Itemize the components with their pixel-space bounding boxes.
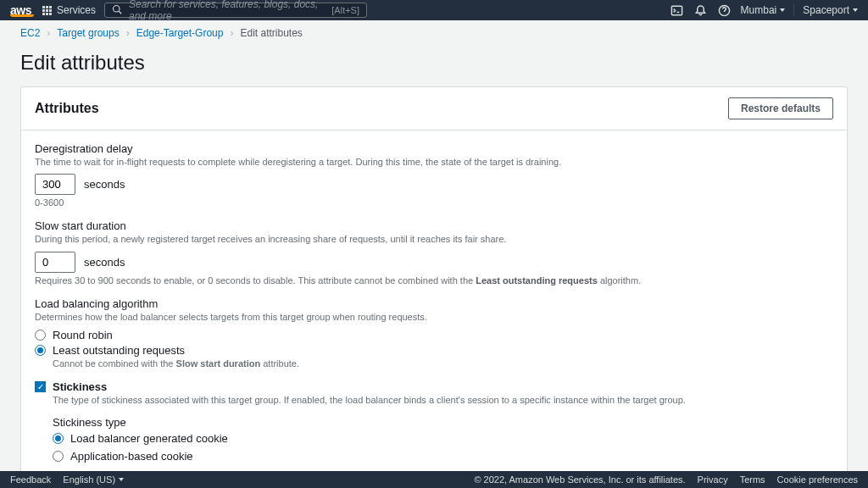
breadcrumb-ec2[interactable]: EC2: [20, 27, 40, 39]
stickiness-type-block: Stickiness type Load balancer generated …: [53, 416, 833, 463]
copyright-text: © 2022, Amazon Web Services, Inc. or its…: [474, 474, 685, 485]
aws-logo-text: aws: [10, 3, 31, 17]
restore-defaults-button[interactable]: Restore defaults: [728, 97, 833, 119]
field-description: During this period, a newly registered t…: [35, 233, 833, 246]
page-title: Edit attributes: [20, 51, 848, 75]
hint-em: Least outstanding requests: [476, 275, 598, 286]
field-label: Stickiness type: [53, 416, 833, 429]
field-hint: 0-3600: [35, 197, 833, 208]
page-content: Edit attributes Attributes Restore defau…: [0, 51, 868, 488]
svg-rect-2: [672, 6, 682, 14]
field-hint: Requires 30 to 900 seconds to enable, or…: [35, 275, 833, 286]
unit-label: seconds: [84, 178, 125, 191]
svg-point-0: [114, 5, 120, 12]
hint-text: Requires 30 to 900 seconds to enable, or…: [35, 275, 476, 286]
footer: Feedback English (US) © 2022, Amazon Web…: [0, 471, 868, 488]
feedback-link[interactable]: Feedback: [10, 474, 51, 485]
language-selector[interactable]: English (US): [63, 474, 124, 485]
radio-label: Round robin: [53, 329, 113, 341]
chevron-down-icon: [853, 8, 858, 12]
radio-hint: Cannot be combined with the Slow start d…: [53, 358, 833, 369]
notifications-icon[interactable]: [693, 3, 709, 18]
chevron-right-icon: ›: [230, 27, 233, 39]
field-label: Deregistration delay: [35, 142, 833, 155]
chevron-down-icon: [119, 478, 124, 481]
panel-header: Attributes Restore defaults: [21, 87, 847, 130]
radio-label: Application-based cookie: [70, 450, 193, 463]
search-input[interactable]: Search for services, features, blogs, do…: [104, 3, 367, 18]
hint-text: algorithm.: [598, 275, 641, 286]
radio-icon: [53, 451, 64, 462]
services-label: Services: [57, 4, 96, 16]
services-menu[interactable]: Services: [42, 4, 96, 16]
panel-title: Attributes: [35, 101, 99, 116]
aws-logo[interactable]: aws: [10, 3, 34, 17]
cloudshell-icon[interactable]: [670, 3, 685, 18]
privacy-link[interactable]: Privacy: [698, 474, 728, 485]
help-icon[interactable]: [717, 3, 732, 18]
field-description: The type of stickiness associated with t…: [53, 394, 833, 407]
stickiness-checkbox[interactable]: ✓ Stickiness: [35, 380, 833, 393]
radio-least-outstanding[interactable]: Least outstanding requests: [35, 344, 833, 357]
checkbox-label: Stickiness: [53, 380, 107, 393]
deregistration-delay-input[interactable]: [35, 174, 75, 195]
radio-icon: [35, 330, 46, 341]
radio-label: Load balancer generated cookie: [70, 432, 228, 445]
chevron-right-icon: ›: [47, 27, 50, 39]
svg-line-1: [119, 11, 121, 14]
field-label: Load balancing algorithm: [35, 297, 833, 310]
field-description: Determines how the load balancer selects…: [35, 311, 833, 324]
radio-lb-cookie[interactable]: Load balancer generated cookie: [53, 432, 833, 445]
hint-text: attribute.: [260, 358, 299, 369]
language-label: English (US): [63, 474, 115, 485]
terms-link[interactable]: Terms: [740, 474, 765, 485]
region-label: Mumbai: [741, 4, 777, 16]
divider: [793, 3, 794, 17]
breadcrumb: EC2 › Target groups › Edge-Target-Group …: [0, 20, 868, 46]
hint-em: Slow start duration: [176, 358, 261, 369]
chevron-right-icon: ›: [126, 27, 130, 39]
field-description: The time to wait for in-flight requests …: [35, 156, 833, 169]
region-selector[interactable]: Mumbai: [741, 4, 786, 16]
deregistration-delay-field: Deregistration delay The time to wait fo…: [35, 142, 833, 208]
radio-label: Least outstanding requests: [53, 344, 185, 357]
lb-algorithm-field: Load balancing algorithm Determines how …: [35, 297, 833, 369]
radio-round-robin[interactable]: Round robin: [35, 329, 833, 341]
search-icon: [112, 4, 122, 17]
unit-label: seconds: [84, 256, 125, 269]
radio-app-cookie[interactable]: Application-based cookie: [53, 450, 833, 463]
panel-body: Deregistration delay The time to wait fo…: [21, 130, 847, 488]
search-placeholder: Search for services, features, blogs, do…: [129, 0, 325, 22]
breadcrumb-current: Edit attributes: [240, 27, 302, 39]
slow-start-input[interactable]: [35, 252, 75, 273]
cookies-link[interactable]: Cookie preferences: [777, 474, 858, 485]
breadcrumb-target-group-name[interactable]: Edge-Target-Group: [136, 27, 224, 39]
account-label: Spaceport: [803, 4, 849, 16]
field-label: Slow start duration: [35, 219, 833, 232]
top-nav: aws Services Search for services, featur…: [0, 0, 868, 20]
grid-icon: [42, 6, 52, 15]
hint-text: Cannot be combined with the: [53, 358, 176, 369]
chevron-down-icon: [780, 8, 785, 12]
search-shortcut: [Alt+S]: [331, 5, 359, 15]
slow-start-field: Slow start duration During this period, …: [35, 219, 833, 285]
account-selector[interactable]: Spaceport: [803, 4, 858, 16]
attributes-panel: Attributes Restore defaults Deregistrati…: [20, 86, 848, 488]
breadcrumb-target-groups[interactable]: Target groups: [57, 27, 119, 39]
radio-icon: [35, 345, 46, 356]
radio-icon: [53, 433, 64, 444]
checkbox-icon: ✓: [35, 381, 46, 392]
